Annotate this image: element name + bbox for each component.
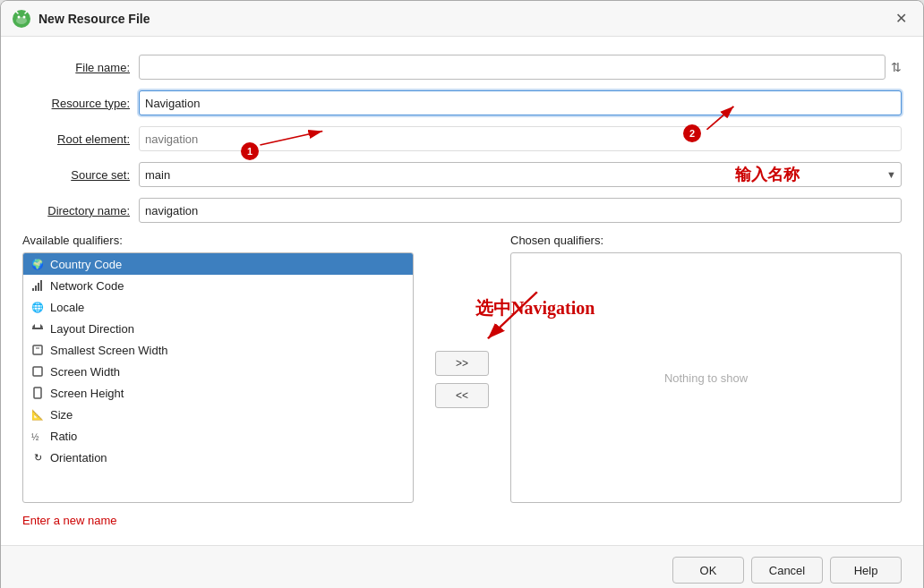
ratio-icon: ½ bbox=[30, 429, 45, 443]
root-element-input bbox=[139, 126, 902, 151]
qualifier-label: Screen Height bbox=[50, 387, 124, 400]
available-qualifiers-label: Available qualifiers: bbox=[22, 234, 414, 247]
chosen-qualifiers-label: Chosen qualifiers: bbox=[510, 234, 902, 247]
help-button[interactable]: Help bbox=[830, 557, 902, 584]
orientation-icon: ↻ bbox=[30, 450, 45, 464]
qualifier-item-smallest-screen-width[interactable]: Smallest Screen Width bbox=[23, 339, 413, 361]
error-message: Enter a new name bbox=[22, 514, 902, 527]
qualifier-label: Orientation bbox=[50, 451, 107, 464]
root-element-row: Root element: bbox=[22, 126, 902, 151]
nothing-to-show-text: Nothing to show bbox=[664, 371, 748, 385]
svg-point-1 bbox=[16, 17, 27, 24]
remove-qualifier-button[interactable]: << bbox=[435, 383, 489, 408]
dialog-window: New Resource File ✕ File name: ⇅ Resourc… bbox=[0, 0, 924, 588]
qualifier-list[interactable]: 🌍 Country Code Network Code 🌐 Locale bbox=[22, 252, 414, 503]
resource-type-input[interactable] bbox=[139, 90, 902, 115]
qualifier-item-screen-height[interactable]: Screen Height bbox=[23, 382, 413, 404]
source-set-row: Source set: main ▼ bbox=[22, 162, 902, 187]
qualifier-label: Screen Width bbox=[50, 365, 120, 379]
smallest-screen-width-icon bbox=[30, 343, 45, 357]
svg-rect-15 bbox=[33, 367, 42, 376]
ok-button[interactable]: OK bbox=[672, 557, 744, 584]
available-qualifiers-panel: Available qualifiers: 🌍 Country Code Net… bbox=[22, 234, 414, 503]
svg-rect-7 bbox=[35, 285, 37, 291]
qualifier-label: Layout Direction bbox=[50, 322, 134, 336]
directory-name-input[interactable] bbox=[139, 198, 902, 223]
qualifier-label: Smallest Screen Width bbox=[50, 344, 168, 357]
dialog-title: New Resource File bbox=[38, 12, 150, 26]
source-set-wrapper: main ▼ bbox=[139, 162, 902, 187]
cancel-button[interactable]: Cancel bbox=[751, 557, 823, 584]
qualifier-label: Network Code bbox=[50, 279, 124, 293]
app-icon bbox=[12, 9, 31, 29]
resource-type-label: Resource type: bbox=[22, 97, 139, 110]
qualifier-item-orientation[interactable]: ↻ Orientation bbox=[23, 447, 413, 468]
network-code-icon bbox=[30, 278, 45, 293]
qualifier-item-screen-width[interactable]: Screen Width bbox=[23, 361, 413, 382]
svg-point-2 bbox=[18, 15, 21, 18]
svg-rect-13 bbox=[33, 345, 42, 354]
qualifier-arrows: >> << bbox=[428, 255, 496, 503]
directory-name-label: Directory name: bbox=[22, 204, 139, 217]
qualifiers-section: Available qualifiers: 🌍 Country Code Net… bbox=[22, 234, 902, 503]
sort-icon: ⇅ bbox=[891, 60, 902, 74]
chosen-qualifiers-box: Nothing to show bbox=[510, 252, 902, 503]
file-name-row: File name: ⇅ bbox=[22, 55, 902, 80]
svg-rect-6 bbox=[32, 288, 34, 291]
root-element-label: Root element: bbox=[22, 132, 139, 146]
file-name-input[interactable] bbox=[139, 55, 886, 80]
directory-name-row: Directory name: bbox=[22, 198, 902, 223]
qualifier-label: Country Code bbox=[50, 258, 122, 271]
source-set-label: Source set: bbox=[22, 168, 139, 182]
dialog-footer: OK Cancel Help bbox=[1, 545, 923, 588]
title-bar: New Resource File ✕ bbox=[1, 1, 923, 37]
screen-width-icon bbox=[30, 364, 45, 379]
screen-height-icon bbox=[30, 386, 45, 400]
svg-rect-8 bbox=[38, 283, 39, 291]
svg-rect-16 bbox=[34, 388, 41, 398]
close-button[interactable]: ✕ bbox=[890, 8, 912, 29]
country-code-icon: 🌍 bbox=[30, 257, 45, 271]
file-name-label: File name: bbox=[22, 61, 139, 74]
qualifier-item-locale[interactable]: 🌐 Locale bbox=[23, 296, 413, 318]
qualifier-label: Size bbox=[50, 408, 73, 422]
qualifier-item-country-code[interactable]: 🌍 Country Code bbox=[23, 253, 413, 275]
qualifier-item-layout-direction[interactable]: Layout Direction bbox=[23, 318, 413, 339]
dialog-content: File name: ⇅ Resource type: Root element… bbox=[1, 37, 923, 545]
size-icon: 📐 bbox=[30, 407, 45, 422]
qualifier-item-network-code[interactable]: Network Code bbox=[23, 275, 413, 296]
source-set-select[interactable]: main bbox=[139, 162, 902, 187]
svg-rect-9 bbox=[40, 280, 42, 291]
title-bar-left: New Resource File bbox=[12, 9, 150, 29]
chosen-qualifiers-panel: Chosen qualifiers: Nothing to show bbox=[510, 234, 902, 503]
qualifier-label: Locale bbox=[50, 301, 84, 314]
layout-direction-icon bbox=[30, 321, 45, 336]
qualifier-item-size[interactable]: 📐 Size bbox=[23, 404, 413, 425]
locale-icon: 🌐 bbox=[30, 300, 45, 314]
qualifier-label: Ratio bbox=[50, 430, 77, 443]
add-qualifier-button[interactable]: >> bbox=[435, 351, 489, 376]
svg-point-3 bbox=[23, 15, 26, 18]
resource-type-row: Resource type: bbox=[22, 90, 902, 115]
qualifier-item-ratio[interactable]: ½ Ratio bbox=[23, 425, 413, 447]
svg-text:½: ½ bbox=[31, 432, 39, 442]
